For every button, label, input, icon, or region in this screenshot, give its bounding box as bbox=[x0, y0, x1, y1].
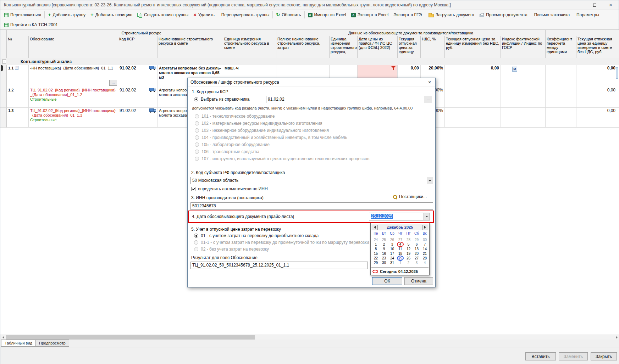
column-header-num[interactable]: № bbox=[7, 36, 29, 58]
toolbar-button-view-document[interactable]: Просмотр документа bbox=[477, 11, 530, 19]
cell-estimate-price[interactable]: 0,00 bbox=[576, 87, 619, 108]
toolbar-button-export-excel[interactable]: Экспорт в Excel bbox=[349, 11, 391, 19]
calendar-next-button[interactable] bbox=[422, 225, 428, 230]
transport-option-01[interactable]: 01 - с учетом затрат на перевозку до при… bbox=[194, 233, 319, 238]
row-selector[interactable] bbox=[0, 65, 7, 87]
vertical-scrollbar-thumb[interactable] bbox=[616, 67, 618, 79]
pick-from-catalog-radio[interactable]: Выбрать из справочника bbox=[194, 97, 249, 102]
cell-price-no-vat[interactable] bbox=[445, 87, 501, 108]
toolbar-button-load-document[interactable]: Загрузить документ bbox=[426, 11, 477, 19]
column-header-current-price[interactable]: Текущая отпускная цена за единицу bbox=[398, 36, 421, 58]
cell-estimate-price[interactable]: 0,00 bbox=[576, 65, 619, 87]
column-header-full-name[interactable]: Полное наименование строительного ресурс… bbox=[276, 36, 330, 58]
calendar-day[interactable]: 8 bbox=[372, 247, 380, 251]
column-header-justification[interactable]: Обоснование bbox=[29, 36, 118, 58]
column-header-estimate-price[interactable]: Текущая отпускная цена за единицу измере… bbox=[576, 36, 619, 58]
cell-conversion-factor[interactable] bbox=[546, 87, 576, 108]
calendar-day[interactable]: 16 bbox=[380, 251, 388, 256]
calendar-day[interactable]: 19 bbox=[404, 251, 413, 256]
calendar-day[interactable]: 9 bbox=[380, 247, 388, 251]
calendar-day[interactable]: 2 bbox=[380, 242, 388, 247]
close-dialog-button[interactable]: Закрыть bbox=[591, 352, 617, 360]
suppliers-button[interactable]: Поставщики... bbox=[393, 194, 427, 199]
calendar-day[interactable]: 14 bbox=[421, 247, 429, 251]
auto-inn-checkbox[interactable]: определить автоматически по ИНН bbox=[191, 186, 268, 191]
column-header-price-no-vat[interactable]: Текущая отпускная цена за единицу измере… bbox=[445, 36, 501, 58]
justification-ellipsis-button[interactable]: ... bbox=[109, 80, 117, 86]
cell-inflation-index[interactable] bbox=[501, 87, 546, 108]
column-header-supplier-unit[interactable]: Единица измерения строительного ресурса, bbox=[330, 36, 358, 58]
cell-justification[interactable]: ТЦ_91.02.02_{Код региона}_{ИНН поставщик… bbox=[29, 108, 118, 128]
calendar-day[interactable]: 22 bbox=[372, 256, 380, 261]
toolbar-button-import-excel[interactable]: Импорт из Excel bbox=[305, 11, 349, 19]
calendar-day[interactable]: 26 bbox=[404, 256, 413, 261]
horizontal-scrollbar[interactable] bbox=[0, 335, 619, 340]
calendar-day[interactable]: 13 bbox=[413, 247, 421, 251]
toolbar-button-goto-tsn[interactable]: Перейти в КА ТСН-2001 bbox=[1, 21, 60, 29]
cell-conversion-factor[interactable] bbox=[546, 65, 576, 87]
formula-button[interactable]: М bbox=[512, 67, 517, 72]
calendar-day[interactable]: 6 bbox=[413, 242, 421, 247]
toolbar-button-export-gge[interactable]: Экспорт в ГГЭ bbox=[391, 11, 424, 19]
cell-justification[interactable]: -НН поставщика}_{Дата обоснования}_01_1.… bbox=[29, 65, 118, 87]
calendar-day[interactable]: 1 bbox=[396, 261, 404, 265]
ok-button[interactable]: ОК bbox=[372, 277, 402, 285]
toolbar-button-add-position[interactable]: Добавить позицию bbox=[88, 11, 135, 19]
calendar-day[interactable]: 3 bbox=[413, 261, 421, 265]
cancel-button[interactable]: Отмена bbox=[404, 277, 433, 285]
calendar-day[interactable]: 3 bbox=[388, 242, 396, 247]
calendar-day[interactable]: 25 bbox=[380, 237, 388, 242]
cell-price-no-vat[interactable] bbox=[445, 108, 501, 128]
cell-num[interactable]: 1.1 bbox=[7, 65, 29, 87]
toolbar-button-copy-group[interactable]: Создать копию группы bbox=[135, 11, 191, 19]
cell-ksr-code[interactable]: 91.02.02 bbox=[118, 108, 157, 128]
calendar-day[interactable]: 24 bbox=[372, 237, 380, 242]
ksr-browse-button[interactable]: ... bbox=[425, 96, 432, 103]
calendar-day[interactable]: 20 bbox=[413, 251, 421, 256]
scroll-left-button[interactable] bbox=[0, 335, 6, 340]
calendar-day[interactable]: 31 bbox=[388, 261, 396, 265]
cell-justification[interactable]: ТЦ_91.02.02_{Код региона}_{ИНН поставщик… bbox=[29, 87, 118, 108]
region-select[interactable]: 50 Московская область bbox=[190, 177, 433, 184]
calendar-day[interactable]: 29 bbox=[372, 261, 380, 265]
calendar-today-row[interactable]: Сегодня: 04.12.2025 bbox=[372, 269, 418, 274]
toolbar-button-delete[interactable]: Удалить bbox=[191, 11, 217, 19]
column-header-ksr-code[interactable]: Код КСР bbox=[118, 36, 157, 58]
toolbar-button-renumber[interactable]: Перенумеровать группы bbox=[219, 11, 272, 19]
calendar-day[interactable]: 26 bbox=[388, 237, 396, 242]
calendar-day[interactable]: 12 bbox=[404, 247, 413, 251]
calendar-day[interactable]: 7 bbox=[421, 242, 429, 247]
cell-inflation-index[interactable]: М bbox=[501, 65, 546, 87]
inn-input[interactable]: 5012345678 bbox=[190, 202, 433, 210]
close-button[interactable] bbox=[603, 0, 619, 10]
toolbar-button-parameters[interactable]: Параметры bbox=[574, 11, 602, 19]
column-header-name[interactable]: Наименование строительного ресурса в сме… bbox=[157, 36, 223, 58]
tab-table-view[interactable]: Табличный вид bbox=[1, 340, 36, 347]
column-header-vat[interactable]: НДС, % bbox=[421, 36, 445, 58]
date-input[interactable]: 25.12.2025 bbox=[369, 213, 430, 220]
cell-num[interactable]: 1.2 bbox=[7, 87, 29, 108]
minimize-button[interactable] bbox=[571, 0, 587, 10]
row-selector[interactable] bbox=[0, 87, 7, 108]
calendar-day[interactable]: 28 bbox=[421, 256, 429, 261]
calendar-day[interactable]: 21 bbox=[421, 251, 429, 256]
section-row[interactable]: Конъюнктурный анализ bbox=[0, 58, 619, 65]
calendar-month-title[interactable]: Декабрь 2025 bbox=[387, 225, 413, 229]
horizontal-scrollbar-thumb[interactable] bbox=[6, 335, 255, 340]
cell-conversion-factor[interactable] bbox=[546, 108, 576, 128]
cell-ksr-code[interactable]: 91.02.02 bbox=[118, 87, 157, 108]
calendar-day[interactable]: 23 bbox=[380, 256, 388, 261]
scroll-right-button[interactable] bbox=[614, 335, 619, 340]
cell-inflation-index[interactable] bbox=[501, 108, 546, 128]
cell-price-no-vat[interactable]: 0,00 bbox=[445, 65, 501, 87]
cell-estimate-price[interactable]: 0,00 bbox=[576, 108, 619, 128]
ksr-code-input[interactable]: 91.02.02 bbox=[266, 96, 425, 103]
toolbar-button-customer-letter[interactable]: Письмо заказчика bbox=[532, 11, 572, 19]
calendar-day[interactable]: 15 bbox=[372, 251, 380, 256]
cell-num[interactable]: 1.3 bbox=[7, 108, 29, 128]
calendar-day[interactable]: 17 bbox=[388, 251, 396, 256]
calendar-day[interactable]: 27 bbox=[413, 256, 421, 261]
calendar-day[interactable]: 4 bbox=[396, 242, 404, 247]
calendar-day[interactable]: 24 bbox=[388, 256, 396, 261]
calendar-day[interactable]: 4 bbox=[421, 261, 429, 265]
